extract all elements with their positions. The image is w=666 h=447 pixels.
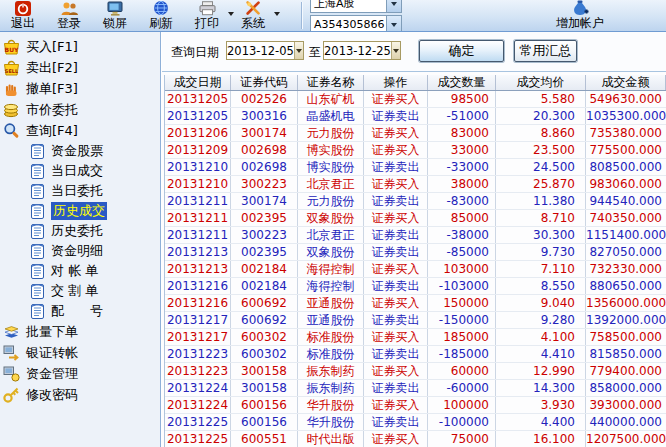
sidebar-item-label: 资金明细 [51, 242, 103, 260]
sidebar-item-fund-detail[interactable]: 资金明细 [0, 241, 160, 261]
cell-code: 002395 [231, 210, 298, 226]
table-row[interactable]: 20131216002184海得控制证券卖出-1030008.550880650… [165, 278, 666, 295]
cell-code: 300158 [231, 380, 298, 396]
column-header-0[interactable]: 成交日期 [165, 75, 231, 90]
sidebar-item-batch-order[interactable]: 批量下单 [0, 321, 160, 342]
table-row[interactable]: 20131211300174元力股份证券卖出-8300011.380944540… [165, 193, 666, 210]
cell-op: 证券买入 [364, 176, 428, 192]
cell-name: 华升股份 [298, 414, 364, 430]
table-row[interactable]: 20131224300158振东制药证券卖出-6000014.300858000… [165, 380, 666, 397]
sidebar-item-fund-stock[interactable]: 资金股票 [0, 141, 160, 161]
table-row[interactable]: 20131210002698博实股份证券卖出-3300024.500808500… [165, 159, 666, 176]
cell-qty: -103000 [428, 278, 496, 294]
sidebar-item-label: 历史委托 [51, 222, 103, 240]
table-row[interactable]: 20131225600156华升股份证券卖出-1000004.400440000… [165, 414, 666, 431]
sidebar-item-query[interactable]: 查询[F4] [0, 120, 160, 141]
sidebar-item-label: 当日成交 [51, 162, 103, 180]
doc-icon [27, 142, 47, 160]
cell-price: 8.710 [496, 210, 586, 226]
sidebar-item-label: 历史成交 [51, 202, 107, 220]
cell-date: 20131225 [165, 414, 231, 430]
chevron-down-icon[interactable] [386, 16, 401, 32]
sidebar-item-statement[interactable]: 对 帐 单 [0, 261, 160, 281]
column-header-3[interactable]: 操作 [364, 75, 428, 90]
cell-price: 8.860 [496, 125, 586, 141]
table-row[interactable]: 20131223600302标准股份证券卖出-1850004.410815850… [165, 346, 666, 363]
sidebar-item-bank-transfer[interactable]: 银证转帐 [0, 342, 160, 363]
cell-amount: 1151400.000 [586, 227, 666, 243]
cell-date: 20131205 [165, 108, 231, 124]
table-row[interactable]: 20131210300223北京君正证券买入3800025.870983060.… [165, 176, 666, 193]
table-row[interactable]: 20131206300174元力股份证券买入830008.860735380.0… [165, 125, 666, 142]
cell-qty: -60000 [428, 380, 496, 396]
sidebar-item-today-orders[interactable]: 当日委托 [0, 181, 160, 201]
from-date-select[interactable]: 2013-12-05 [226, 41, 304, 60]
sidebar-item-cancel-order[interactable]: 撤单[F3] [0, 78, 160, 99]
sidebar-item-allot-number[interactable]: 配 号 [0, 301, 160, 321]
sidebar-item-history-deals[interactable]: 历史成交 [0, 201, 160, 221]
table-row[interactable]: 20131211300223北京君正证券卖出-3800030.300115140… [165, 227, 666, 244]
column-header-5[interactable]: 成交均价 [496, 75, 586, 90]
sidebar-item-sell[interactable]: SELL卖出[F2] [0, 57, 160, 78]
cell-amount: 880650.000 [586, 278, 666, 294]
toolbar-button-lock-screen[interactable]: 锁屏 [92, 0, 138, 31]
toolbar-button-print[interactable]: 打印 [184, 0, 230, 31]
cell-op: 证券买入 [364, 363, 428, 379]
table-row[interactable]: 20131217600302标准股份证券买入1850004.100758500.… [165, 329, 666, 346]
toolbar-button-exit[interactable]: 退出 [0, 0, 46, 31]
table-row[interactable]: 20131216600692亚通股份证券买入1500009.0401356000… [165, 295, 666, 312]
toolbar-button-add-account[interactable]: 增加帐户 [544, 0, 616, 31]
table-row[interactable]: 20131224600156华升股份证券买入1000003.930393000.… [165, 397, 666, 414]
cell-amount: 393000.000 [586, 397, 666, 413]
table-row[interactable]: 20131209002698博实股份证券买入3300023.500775500.… [165, 142, 666, 159]
dropdown-caret-icon[interactable] [274, 12, 280, 16]
cell-op: 证券卖出 [364, 278, 428, 294]
confirm-button[interactable]: 确定 [419, 40, 504, 62]
column-header-6[interactable]: 成交金额 [586, 75, 666, 90]
cell-qty: 150000 [428, 295, 496, 311]
cell-name: 亚通股份 [298, 295, 364, 311]
to-date-select[interactable]: 2013-12-25 [323, 41, 401, 60]
market-select[interactable]: 上海A股 [310, 0, 402, 13]
sidebar-item-history-orders[interactable]: 历史委托 [0, 221, 160, 241]
sidebar-item-market-order[interactable]: 市价委托 [0, 99, 160, 120]
column-header-4[interactable]: 成交数量 [428, 75, 496, 90]
sidebar-item-fund-manage[interactable]: 资金管理 [0, 363, 160, 384]
toolbar-button-refresh[interactable]: 刷新 [138, 0, 184, 31]
table-row[interactable]: 20131223300158振东制药证券买入6000012.990779400.… [165, 363, 666, 380]
cell-op: 证券卖出 [364, 414, 428, 430]
cell-name: 元力股份 [298, 125, 364, 141]
cell-price: 9.730 [496, 244, 586, 260]
cell-code: 002184 [231, 278, 298, 294]
cell-amount: 735380.000 [586, 125, 666, 141]
summary-button[interactable]: 常用汇总 [514, 40, 577, 62]
chevron-down-icon[interactable] [386, 0, 401, 12]
column-header-1[interactable]: 证券代码 [231, 75, 298, 90]
cell-date: 20131217 [165, 312, 231, 328]
account-select[interactable]: A354305866 [310, 15, 402, 32]
users-icon [60, 0, 79, 16]
table-row[interactable]: 20131213002184海得控制证券买入1030007.110732330.… [165, 261, 666, 278]
table-row[interactable]: 20131205300316晶盛机电证券卖出-5100020.300103530… [165, 108, 666, 125]
table-row[interactable]: 20131211002395双象股份证券买入850008.710740350.0… [165, 210, 666, 227]
toolbar-button-system[interactable]: 系统 [230, 0, 276, 31]
chevron-down-icon[interactable] [391, 42, 400, 59]
cell-price: 25.870 [496, 176, 586, 192]
query-bar: 查询日期 2013-12-05 至 2013-12-25 确定 常用汇总 [162, 32, 666, 72]
table-row[interactable]: 20131205002526山东矿机证券买入985005.580549630.0… [165, 91, 666, 108]
table-row[interactable]: 20131225600551时代出版证券买入7500016.1001207500… [165, 431, 666, 447]
sidebar-item-change-password[interactable]: 修改密码 [0, 384, 160, 405]
sidebar-item-delivery-note[interactable]: 交 割 单 [0, 281, 160, 301]
chevron-down-icon[interactable] [294, 42, 303, 59]
cell-op: 证券卖出 [364, 312, 428, 328]
cell-date: 20131223 [165, 346, 231, 362]
column-header-2[interactable]: 证券名称 [298, 75, 364, 90]
toolbar-button-login[interactable]: 登录 [46, 0, 92, 31]
sidebar-item-buy[interactable]: BUY买入[F1] [0, 36, 160, 57]
table-row[interactable]: 20131217600692亚通股份证券卖出-1500009.280139200… [165, 312, 666, 329]
sidebar-item-label: 查询[F4] [26, 122, 78, 140]
cell-op: 证券卖出 [364, 346, 428, 362]
sidebar-item-label: 买入[F1] [26, 38, 78, 56]
table-row[interactable]: 20131213002395双象股份证券卖出-850009.730827050.… [165, 244, 666, 261]
sidebar-item-today-deals[interactable]: 当日成交 [0, 161, 160, 181]
